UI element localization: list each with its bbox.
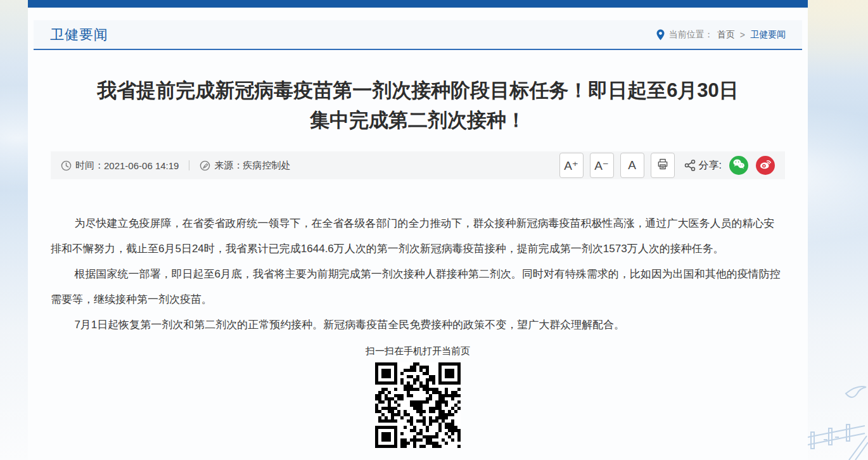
qr-caption: 扫一扫在手机打开当前页: [51, 345, 785, 357]
article-meta-bar: 时间： 2021-06-06 14:19 来源： 疾病控制处 A⁺ A⁻ A: [51, 151, 785, 179]
qr-code: [375, 362, 461, 448]
time-label: 时间：: [75, 160, 104, 172]
clock-icon: [61, 160, 72, 171]
article-meta-info: 时间： 2021-06-06 14:19 来源： 疾病控制处: [61, 160, 290, 172]
article-toolbar: A⁺ A⁻ A: [559, 153, 775, 178]
article-title-line2: 集中完成第二剂次接种！: [310, 109, 526, 131]
location-pin-icon: [656, 29, 665, 41]
paragraph-2: 根据国家统一部署，即日起至6月底，我省将主要为前期完成第一剂次接种人群接种第二剂…: [51, 262, 785, 312]
breadcrumb-current-link[interactable]: 卫健要闻: [750, 29, 786, 41]
content-shell: 卫健要闻 当前位置： 首页 > 卫健要闻 我省提前完成新冠病毒疫苗第一剂次接种阶…: [28, 0, 808, 460]
qr-section: 扫一扫在手机打开当前页: [51, 345, 785, 448]
share-weibo-button[interactable]: [756, 156, 775, 175]
source-value: 疾病控制处: [243, 160, 290, 172]
article-title: 我省提前完成新冠病毒疫苗第一剂次接种阶段目标任务！即日起至6月30日 集中完成第…: [68, 75, 767, 135]
section-title: 卫健要闻: [50, 25, 108, 44]
print-button[interactable]: [651, 153, 675, 178]
meta-divider: [189, 160, 189, 170]
font-increase-button[interactable]: A⁺: [559, 153, 584, 178]
breadcrumb: 当前位置： 首页 > 卫健要闻: [656, 29, 786, 41]
wechat-icon: [732, 157, 746, 174]
share-label: 分享:: [699, 159, 722, 172]
printer-icon: [656, 158, 669, 174]
font-decrease-button[interactable]: A⁻: [590, 153, 614, 178]
source-pen-icon: [200, 160, 210, 171]
top-accent-bar: [28, 0, 808, 8]
weibo-icon: [758, 157, 772, 174]
article-title-line1: 我省提前完成新冠病毒疫苗第一剂次接种阶段目标任务！即日起至6月30日: [97, 79, 739, 101]
share-nodes-icon: [684, 159, 696, 172]
share-group: 分享:: [684, 159, 722, 172]
article: 我省提前完成新冠病毒疫苗第一剂次接种阶段目标任务！即日起至6月30日 集中完成第…: [28, 75, 808, 448]
paragraph-1: 为尽快建立免疫屏障，在省委省政府统一领导下，在全省各级各部门的全力推动下，群众接…: [51, 211, 785, 262]
source-label: 来源：: [214, 160, 243, 172]
time-value: 2021-06-06 14:19: [104, 160, 179, 171]
font-normal-button[interactable]: A: [620, 153, 644, 178]
page: { "header": { "section_title": "卫健要闻", "…: [0, 0, 868, 460]
share-wechat-button[interactable]: [729, 156, 748, 175]
article-body: 为尽快建立免疫屏障，在省委省政府统一领导下，在全省各级各部门的全力推动下，群众接…: [51, 211, 785, 338]
section-header: 卫健要闻 当前位置： 首页 > 卫健要闻: [34, 20, 802, 50]
breadcrumb-separator: >: [740, 30, 745, 40]
breadcrumb-home-link[interactable]: 首页: [717, 29, 735, 41]
paragraph-3: 7月1日起恢复第一剂次和第二剂次的正常预约接种。新冠病毒疫苗全民免费接种的政策不…: [51, 312, 785, 338]
breadcrumb-label: 当前位置：: [669, 29, 713, 41]
